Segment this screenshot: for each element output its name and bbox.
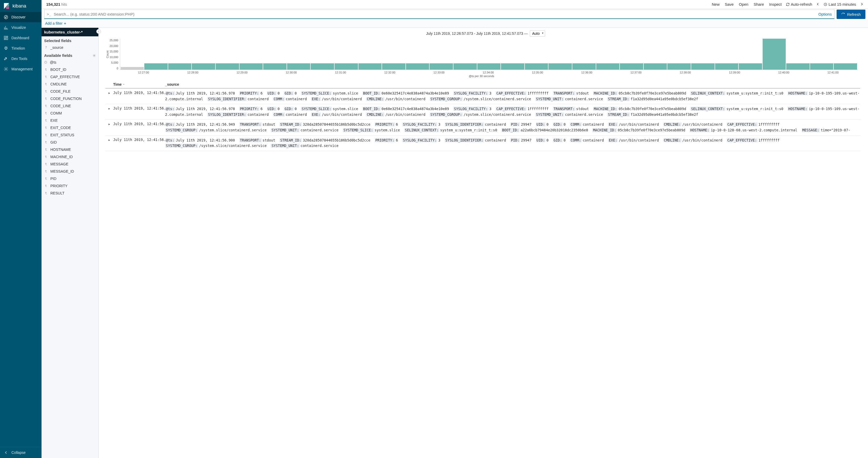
field-key[interactable]: @ts: <box>165 122 175 126</box>
field-row[interactable]: tMESSAGE <box>41 160 98 168</box>
field-key[interactable]: TRANSPORT: <box>239 138 261 142</box>
field-key[interactable]: EXE: <box>608 138 618 142</box>
field-key[interactable]: BOOT_ID: <box>501 128 520 132</box>
field-key[interactable]: CAP_EFFECTIVE: <box>726 138 758 142</box>
field-row[interactable]: tCOMM <box>41 110 98 117</box>
gear-icon[interactable] <box>93 54 96 57</box>
topbar-autorefresh[interactable]: Auto-refresh <box>786 2 812 6</box>
histogram-bar[interactable] <box>430 63 453 69</box>
field-key[interactable]: SYSTEMD_SLICE: <box>301 107 332 111</box>
histogram-chart[interactable]: Count 25,00020,00015,00010,0005,0000 12:… <box>103 38 868 79</box>
time-prev[interactable] <box>815 2 820 6</box>
field-key[interactable]: SYSTEMD_UNIT: <box>271 128 300 132</box>
field-key[interactable]: EXE: <box>311 113 321 117</box>
field-row[interactable]: tEXIT_STATUS <box>41 131 98 139</box>
histogram-bar[interactable] <box>359 63 382 69</box>
nav-dashboard[interactable]: Dashboard <box>0 33 41 43</box>
field-key[interactable]: CMDLINE: <box>366 113 384 117</box>
field-key[interactable]: MACHINE_ID: <box>593 107 618 111</box>
field-ts[interactable]: @ts <box>41 59 98 66</box>
field-key[interactable]: COMM: <box>570 138 582 142</box>
histogram-bar[interactable] <box>406 63 429 69</box>
histogram-bar[interactable] <box>834 63 857 69</box>
histogram-bars[interactable] <box>120 39 858 70</box>
field-key[interactable]: GID: <box>553 122 563 126</box>
field-key[interactable]: HOSTNAME: <box>787 91 808 95</box>
field-key[interactable]: CAP_EFFECTIVE: <box>726 122 758 126</box>
field-row[interactable]: tEXIT_CODE <box>41 124 98 131</box>
histogram-bar[interactable] <box>168 63 192 69</box>
field-key[interactable]: CAP_EFFECTIVE: <box>496 91 527 95</box>
histogram-bar[interactable] <box>477 63 501 69</box>
field-key[interactable]: @ts: <box>165 138 175 142</box>
histogram-bar[interactable] <box>311 63 334 69</box>
field-key[interactable]: PRIORITY: <box>375 122 395 126</box>
field-row[interactable]: tCODE_LINE <box>41 102 98 110</box>
field-key[interactable]: PRIORITY: <box>239 91 259 95</box>
field-key[interactable]: UID: <box>536 138 546 142</box>
histogram-bar[interactable] <box>739 63 762 69</box>
field-row[interactable]: tCODE_FILE <box>41 88 98 95</box>
field-key[interactable]: SYSTEMD_SLICE: <box>301 91 332 95</box>
search-input[interactable] <box>54 10 816 19</box>
expand-row-button[interactable]: ▸ <box>105 91 113 102</box>
field-key[interactable]: SYSLOG_FACILITY: <box>402 122 437 126</box>
field-key[interactable]: MACHINE_ID: <box>592 128 617 132</box>
nav-discover[interactable]: Discover <box>0 12 41 22</box>
histogram-bar[interactable] <box>192 63 215 69</box>
field-key[interactable]: SYSTEMD_CGROUP: <box>430 113 463 117</box>
histogram-bar[interactable] <box>335 63 358 69</box>
field-key[interactable]: SYSLOG_IDENTIFIER: <box>445 138 484 142</box>
topbar-new[interactable]: New <box>711 2 720 7</box>
field-key[interactable]: MACHINE_ID: <box>593 91 618 95</box>
index-pattern-name[interactable]: kubernetes_cluster-* <box>41 28 98 36</box>
histogram-bar[interactable] <box>810 63 834 69</box>
add-filter-button[interactable]: Add a filter <box>45 21 66 26</box>
field-key[interactable]: SYSTEMD_UNIT: <box>535 97 564 101</box>
field-key[interactable]: SYSLOG_IDENTIFIER: <box>445 122 484 126</box>
field-row[interactable]: tEXE <box>41 117 98 124</box>
collapse-fields-button[interactable] <box>96 29 101 34</box>
field-key[interactable]: SELINUX_CONTEXT: <box>690 107 725 111</box>
histogram-bar[interactable] <box>596 63 620 69</box>
topbar-open[interactable]: Open <box>738 2 749 7</box>
histogram-bar[interactable] <box>263 63 286 69</box>
col-header-time[interactable]: Time <box>113 82 165 87</box>
field-key[interactable]: SYSTEMD_UNIT: <box>271 144 300 148</box>
field-key[interactable]: SYSLOG_FACILITY: <box>453 91 489 95</box>
histogram-bar[interactable] <box>691 63 715 69</box>
field-row[interactable]: tPRIORITY <box>41 182 98 189</box>
field-key[interactable]: PRIORITY: <box>375 138 395 142</box>
field-key[interactable]: CAP_EFFECTIVE: <box>496 107 527 111</box>
field-row[interactable]: tBOOT_ID <box>41 66 98 73</box>
nav-management[interactable]: Management <box>0 64 41 74</box>
histogram-bar[interactable] <box>216 63 239 69</box>
nav-devtools[interactable]: Dev Tools <box>0 54 41 64</box>
field-key[interactable]: PID: <box>510 138 520 142</box>
col-header-source[interactable]: _source <box>165 82 860 87</box>
field-key[interactable]: GID: <box>284 107 294 111</box>
field-key[interactable]: SELINUX_CONTEXT: <box>690 91 725 95</box>
histogram-bar[interactable] <box>715 63 739 69</box>
field-key[interactable]: STREAM_ID: <box>607 113 630 117</box>
field-key[interactable]: PID: <box>510 122 520 126</box>
histogram-bar[interactable] <box>525 63 548 69</box>
field-key[interactable]: BOOT_ID: <box>362 91 381 95</box>
histogram-bar[interactable] <box>382 63 405 69</box>
interval-select[interactable]: Auto <box>530 30 545 37</box>
field-key[interactable]: GID: <box>553 138 563 142</box>
histogram-bar[interactable] <box>644 63 667 69</box>
topbar-share[interactable]: Share <box>752 2 765 7</box>
field-key[interactable]: COMM: <box>273 97 285 101</box>
time-picker[interactable]: Last 15 minutes <box>824 2 856 6</box>
histogram-bar[interactable] <box>287 63 310 69</box>
expand-row-button[interactable]: ▸ <box>105 106 113 117</box>
field-key[interactable]: CMDLINE: <box>663 138 682 142</box>
field-key[interactable]: SYSTEMD_CGROUP: <box>165 144 198 148</box>
expand-row-button[interactable]: ▸ <box>105 138 113 149</box>
field-key[interactable]: SYSTEMD_UNIT: <box>535 113 564 117</box>
field-key[interactable]: CMDLINE: <box>366 97 384 101</box>
histogram-bar[interactable] <box>144 63 168 69</box>
field-key[interactable]: TRANSPORT: <box>553 107 576 111</box>
topbar-save[interactable]: Save <box>724 2 735 7</box>
